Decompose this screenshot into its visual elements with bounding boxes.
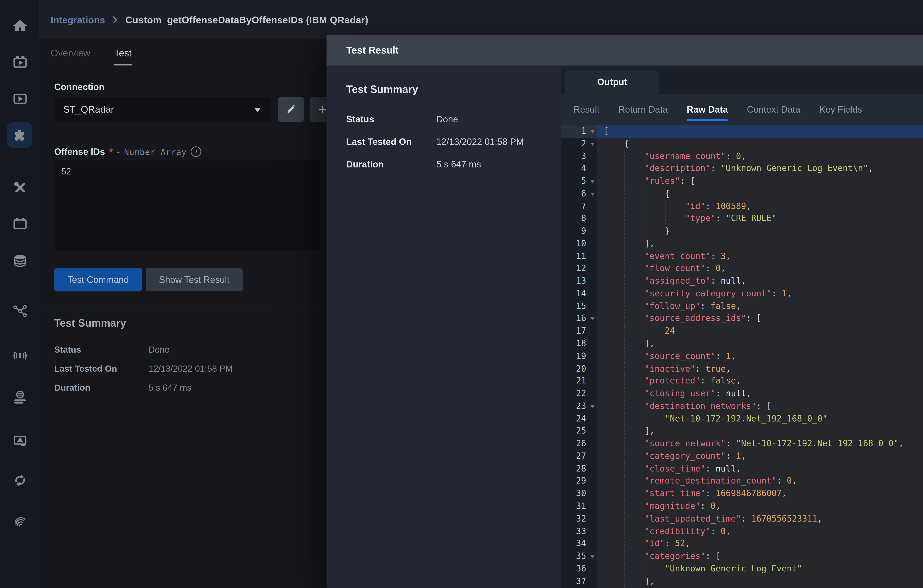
- token-p: ,: [782, 488, 787, 498]
- subtab-key-fields[interactable]: Key Fields: [819, 94, 862, 125]
- token-p: :: [705, 201, 716, 211]
- tab-output[interactable]: Output: [565, 71, 659, 94]
- field-type-hint: Number Array: [124, 147, 187, 156]
- token-p: ,: [898, 439, 904, 448]
- token-p: : [: [746, 314, 762, 323]
- token-k: "magnitude": [644, 501, 700, 511]
- code-line: 3"username_count": 0,: [561, 150, 923, 163]
- token-p: :: [705, 488, 716, 498]
- test-command-button[interactable]: Test Command: [54, 268, 142, 291]
- edit-connection-button[interactable]: [278, 97, 304, 122]
- code-line: 21"protected": false,: [561, 375, 923, 388]
- sidebar-item-topology[interactable]: [7, 298, 32, 324]
- fold-caret-icon[interactable]: [590, 318, 595, 320]
- token-n: 52: [675, 539, 685, 548]
- offense-ids-input[interactable]: 52: [54, 161, 320, 251]
- indent-guide: [624, 338, 625, 350]
- raw-data-code-viewer[interactable]: 1[2{3"username_count": 0,4"description":…: [561, 125, 923, 588]
- token-p: ,: [721, 263, 726, 273]
- indent-guide: [624, 526, 625, 538]
- token-n: 3: [721, 251, 726, 261]
- token-k: "last_updated_time": [644, 514, 741, 523]
- sidebar-item-reports[interactable]: [7, 427, 32, 452]
- line-number: 30: [561, 488, 597, 500]
- code-line-content: "categories": [: [597, 550, 923, 563]
- connection-select[interactable]: ST_QRadar: [54, 97, 271, 122]
- indent-guide: [624, 150, 625, 163]
- info-icon[interactable]: i: [191, 146, 202, 157]
- token-k: "source_address_ids": [644, 314, 746, 323]
- code-line: 5"rules": [: [561, 175, 923, 188]
- code-line-content: "credibility": 0,: [597, 526, 923, 538]
- indent-guide: [624, 175, 625, 188]
- offense-ids-label: Offense IDs: [54, 146, 105, 157]
- token-p: {: [665, 189, 670, 198]
- indent-guide: [624, 475, 625, 488]
- token-p: :: [777, 476, 787, 486]
- token-n: 24: [665, 326, 675, 336]
- fold-caret-icon[interactable]: [590, 555, 595, 558]
- sidebar-item-web[interactable]: [7, 384, 32, 409]
- token-k: "categories": [644, 551, 706, 561]
- token-p: ],: [644, 426, 655, 436]
- sidebar-item-tools[interactable]: [7, 174, 32, 200]
- token-p: ,: [787, 289, 792, 298]
- subtab-return-data[interactable]: Return Data: [618, 94, 668, 125]
- token-n: 1: [736, 451, 741, 461]
- code-line: 11"event_count": 3,: [561, 250, 923, 263]
- indent-guide: [644, 413, 645, 425]
- token-n: 0: [787, 476, 792, 486]
- sidebar-item-broadcast[interactable]: [7, 343, 32, 368]
- token-p: ,: [741, 151, 746, 161]
- fold-caret-icon[interactable]: [590, 193, 595, 195]
- tab-overview[interactable]: Overview: [51, 48, 90, 65]
- token-p: :: [726, 151, 736, 161]
- fold-caret-icon[interactable]: [590, 180, 595, 183]
- code-line: 36"Unknown Generic Log Event": [561, 563, 923, 575]
- home-icon: [11, 17, 28, 33]
- code-line-content: "last_updated_time": 1670556523311,: [597, 513, 923, 526]
- line-number: 20: [561, 363, 597, 375]
- token-p: ],: [644, 338, 655, 348]
- code-line-content: "start_time": 1669846786007,: [597, 488, 923, 500]
- breadcrumb-integrations-link[interactable]: Integrations: [51, 15, 105, 25]
- tools-icon: [11, 179, 28, 195]
- summary-row-value: 5 s 647 ms: [436, 159, 481, 181]
- sidebar-item-integrations[interactable]: [7, 122, 32, 148]
- indent-guide: [644, 213, 645, 225]
- chevron-down-icon: [254, 107, 261, 112]
- indent-guide: [624, 363, 625, 375]
- token-n: 1670556523311: [751, 514, 817, 523]
- summary-row-value: 12/13/2022 01:58 PM: [148, 364, 233, 374]
- tab-test[interactable]: Test: [114, 48, 131, 65]
- token-k: "event_count": [644, 251, 711, 261]
- fold-caret-icon[interactable]: [590, 143, 595, 146]
- code-line: 32"last_updated_time": 1670556523311,: [561, 513, 923, 526]
- line-number: 25: [561, 425, 597, 438]
- code-line: 6{: [561, 188, 923, 200]
- subtab-result[interactable]: Result: [573, 94, 599, 125]
- subtab-context-data[interactable]: Context Data: [747, 94, 800, 125]
- summary-row: StatusDone: [346, 114, 524, 136]
- sidebar-item-database[interactable]: [7, 248, 32, 273]
- token-p: :: [741, 514, 751, 523]
- show-test-result-button[interactable]: Show Test Result: [146, 268, 243, 291]
- token-s: "Net-10-172-192.Net_192_168_0_0": [736, 439, 898, 448]
- token-b: false: [711, 376, 736, 386]
- fold-caret-icon[interactable]: [590, 405, 595, 408]
- sidebar-item-home[interactable]: [7, 13, 32, 38]
- indent-guide: [624, 288, 625, 301]
- sidebar-item-fingerprint[interactable]: [7, 509, 32, 535]
- fold-caret-icon[interactable]: [590, 130, 595, 133]
- section-divider: [39, 307, 326, 308]
- line-number: 33: [561, 526, 597, 538]
- sidebar-item-window[interactable]: [7, 211, 32, 237]
- indent-guide: [624, 438, 625, 450]
- subtab-raw-data[interactable]: Raw Data: [687, 94, 728, 125]
- sidebar-item-playbook-schedule[interactable]: [7, 49, 32, 75]
- summary-row: Duration5 s 647 ms: [346, 159, 524, 181]
- sidebar-item-sync[interactable]: [7, 467, 32, 493]
- sidebar-item-playbook-run[interactable]: [7, 86, 32, 111]
- token-u: null: [721, 276, 741, 286]
- code-line: 34"id": 52,: [561, 538, 923, 550]
